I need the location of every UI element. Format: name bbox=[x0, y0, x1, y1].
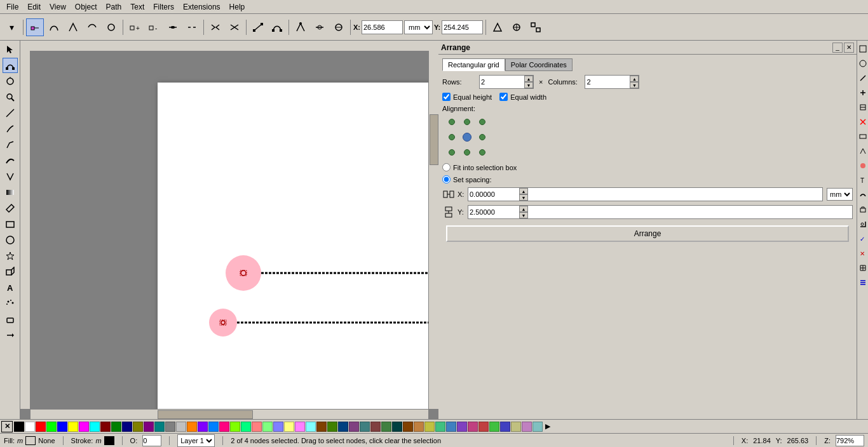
align-bot-left[interactable] bbox=[445, 145, 459, 159]
node-symmetric-btn[interactable] bbox=[83, 18, 101, 36]
right-icon-11[interactable] bbox=[858, 188, 868, 202]
palette-color-cell[interactable] bbox=[478, 422, 489, 432]
align-top-left[interactable] bbox=[445, 115, 459, 129]
panel-minimize-btn[interactable]: _ bbox=[832, 43, 843, 53]
node-auto-btn[interactable] bbox=[102, 18, 120, 36]
align-mid-center[interactable] bbox=[460, 130, 474, 144]
spacing-y-spin-up[interactable]: ▲ bbox=[519, 206, 528, 212]
right-icon-7[interactable] bbox=[858, 130, 868, 143]
cols-spin-up[interactable]: ▲ bbox=[630, 76, 639, 82]
tool-gradient[interactable] bbox=[3, 185, 18, 200]
palette-none[interactable]: ✕ bbox=[1, 421, 13, 432]
scrollbar-v-thumb[interactable] bbox=[430, 114, 438, 165]
tool-dropper[interactable] bbox=[3, 201, 18, 216]
tool-rect[interactable] bbox=[3, 217, 18, 232]
scrollbar-h-thumb[interactable] bbox=[158, 410, 253, 419]
tool-star[interactable] bbox=[3, 248, 18, 264]
canvas-area[interactable]: /* ruler ticks rendered by SVG */ bbox=[20, 41, 438, 419]
right-icon-8[interactable] bbox=[858, 144, 868, 158]
right-icon-x[interactable]: ✕ bbox=[858, 246, 868, 260]
spacing-unit-select[interactable]: mmpxpt bbox=[827, 188, 853, 201]
layer-select[interactable]: Layer 1 bbox=[177, 434, 215, 447]
palette-color-cell[interactable] bbox=[424, 422, 435, 432]
node-cusp-btn[interactable] bbox=[292, 18, 309, 36]
tool-calligraphy[interactable] bbox=[3, 153, 18, 168]
tool-pencil[interactable] bbox=[3, 121, 18, 137]
palette-color-cell[interactable] bbox=[489, 422, 499, 432]
menu-view[interactable]: View bbox=[46, 1, 70, 13]
palette-color-cell[interactable] bbox=[468, 422, 478, 432]
palette-color-cell[interactable] bbox=[500, 422, 510, 432]
palette-color-cell[interactable] bbox=[230, 422, 240, 432]
menu-extensions[interactable]: Extensions bbox=[179, 1, 224, 13]
spacing-x-spin-down[interactable]: ▼ bbox=[519, 194, 528, 201]
menu-file[interactable]: File bbox=[3, 1, 22, 13]
palette-color-cell[interactable] bbox=[295, 422, 305, 432]
palette-color-cell[interactable] bbox=[122, 422, 132, 432]
right-icon-12[interactable] bbox=[858, 203, 868, 217]
align-bot-center[interactable] bbox=[460, 145, 474, 159]
tool-connector[interactable] bbox=[3, 328, 18, 343]
align-mid-right[interactable] bbox=[475, 130, 489, 144]
cols-spinbox[interactable]: ▲ ▼ bbox=[585, 75, 639, 89]
show-node-btn[interactable] bbox=[527, 18, 545, 36]
right-icon-13[interactable] bbox=[858, 217, 868, 231]
show-path-btn[interactable] bbox=[508, 18, 526, 36]
align-bot-right[interactable] bbox=[475, 145, 489, 159]
menu-help[interactable]: Help bbox=[226, 1, 249, 13]
tool-3d-box[interactable] bbox=[3, 264, 18, 279]
palette-color-cell[interactable] bbox=[273, 422, 283, 432]
node-edit-btn[interactable] bbox=[26, 18, 44, 36]
palette-color-cell[interactable] bbox=[133, 422, 143, 432]
to-line-btn[interactable] bbox=[249, 18, 267, 36]
tool-measure[interactable] bbox=[3, 105, 18, 121]
scrollbar-horizontal[interactable] bbox=[31, 409, 428, 419]
menu-object[interactable]: Object bbox=[71, 1, 101, 13]
node-smooth-btn[interactable] bbox=[45, 18, 63, 36]
palette-color-cell[interactable] bbox=[370, 422, 381, 432]
opacity-input[interactable] bbox=[142, 435, 161, 446]
right-icon-checkmark[interactable]: ✓ bbox=[858, 232, 868, 246]
tool-text[interactable]: A bbox=[3, 280, 18, 295]
rows-spinbox[interactable]: ▲ ▼ bbox=[479, 75, 534, 89]
palette-color-cell[interactable] bbox=[414, 422, 424, 432]
palette-color-cell[interactable] bbox=[306, 422, 316, 432]
tool-eraser[interactable] bbox=[3, 312, 18, 327]
palette-color-cell[interactable] bbox=[198, 422, 208, 432]
palette-color-cell[interactable] bbox=[252, 422, 262, 432]
palette-color-cell[interactable] bbox=[446, 422, 456, 432]
break-nodes-btn[interactable] bbox=[183, 18, 201, 36]
palette-color-cell[interactable] bbox=[57, 422, 67, 432]
to-curve-btn[interactable] bbox=[268, 18, 286, 36]
show-transform-btn[interactable] bbox=[489, 18, 506, 36]
spacing-x-spin-up[interactable]: ▲ bbox=[519, 188, 528, 194]
palette-color-cell[interactable] bbox=[100, 422, 111, 432]
palette-color-cell[interactable] bbox=[36, 422, 46, 432]
right-icon-3[interactable] bbox=[858, 71, 868, 85]
spacing-x-input[interactable] bbox=[468, 188, 519, 201]
equal-height-checkbox[interactable] bbox=[442, 93, 451, 101]
panel-close-btn[interactable]: ✕ bbox=[844, 43, 854, 53]
spacing-y-input[interactable] bbox=[468, 206, 519, 218]
menu-text[interactable]: Text bbox=[126, 1, 148, 13]
right-icon-4[interactable] bbox=[858, 86, 868, 100]
tool-selector[interactable]: ▾ bbox=[3, 18, 20, 36]
add-node-btn[interactable]: + bbox=[126, 18, 144, 36]
menu-filters[interactable]: Filters bbox=[149, 1, 178, 13]
right-icon-grid[interactable] bbox=[858, 261, 868, 275]
arrange-button[interactable]: Arrange bbox=[446, 225, 849, 242]
node-smooth2-btn[interactable] bbox=[311, 18, 329, 36]
palette-color-cell[interactable] bbox=[90, 422, 100, 432]
palette-color-cell[interactable] bbox=[457, 422, 467, 432]
tab-rectangular-grid[interactable]: Rectangular grid bbox=[442, 58, 505, 71]
palette-color-cell[interactable] bbox=[316, 422, 327, 432]
palette-color-cell[interactable] bbox=[262, 422, 273, 432]
palette-color-cell[interactable] bbox=[349, 422, 359, 432]
palette-color-cell[interactable] bbox=[241, 422, 251, 432]
tool-tweak[interactable] bbox=[3, 74, 18, 89]
palette-color-cell[interactable] bbox=[176, 422, 186, 432]
palette-color-cell[interactable] bbox=[68, 422, 78, 432]
palette-color-cell[interactable] bbox=[381, 422, 391, 432]
right-icon-9[interactable] bbox=[858, 159, 868, 173]
equal-width-checkbox[interactable] bbox=[499, 93, 508, 101]
